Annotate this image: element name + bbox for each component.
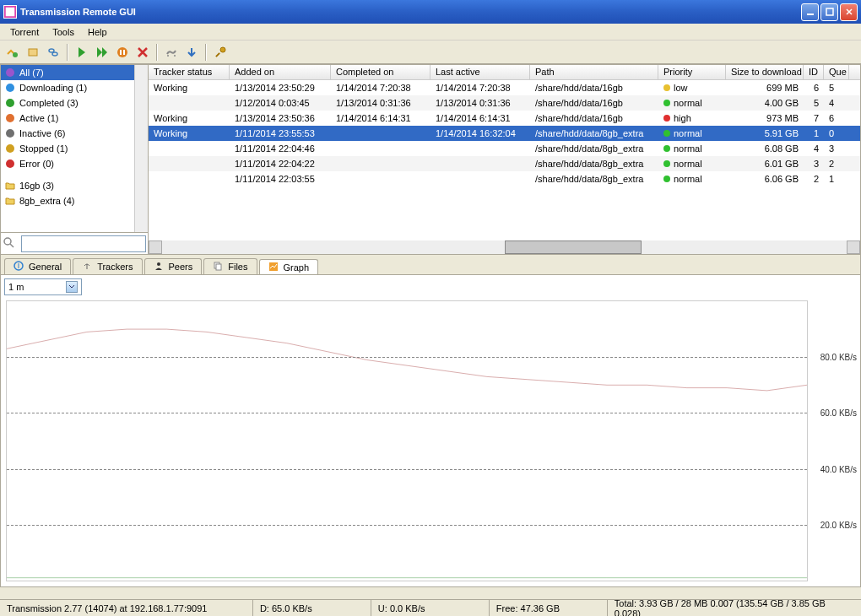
connect-button[interactable] [3, 43, 22, 62]
col-completed-on[interactable]: Completed on [331, 65, 430, 79]
table-row[interactable]: 1/11/2014 22:04:22 /share/hdd/data/8gb_e… [149, 156, 860, 171]
priority-dot-icon [663, 115, 670, 122]
search-icon [3, 236, 18, 251]
tab-trackers[interactable]: Trackers [73, 258, 142, 274]
y-axis-label: 40.0 KB/s [820, 464, 857, 473]
table-row[interactable]: Working 1/11/2014 23:55:53 1/14/2014 16:… [149, 126, 860, 141]
maximize-button[interactable] [820, 3, 838, 21]
svg-point-19 [6, 144, 14, 153]
table-row[interactable]: Working 1/13/2014 23:50:29 1/14/2014 7:2… [149, 80, 860, 95]
col-added-on[interactable]: Added on [230, 65, 331, 79]
folder-label: 8gb_extra (4) [19, 196, 74, 206]
stop-icon [4, 127, 16, 139]
time-range-select[interactable]: 1 m [4, 278, 82, 295]
x-icon [4, 158, 16, 170]
filter-label: All (7) [19, 68, 44, 78]
menu-bar: Torrent Tools Help [0, 24, 861, 41]
y-axis-label: 60.0 KB/s [820, 408, 857, 418]
filter-item[interactable]: Completed (3) [1, 95, 134, 111]
menu-help[interactable]: Help [81, 25, 114, 39]
table-row[interactable]: Working 1/13/2014 23:50:36 1/14/2014 6:1… [149, 111, 860, 126]
svg-rect-13 [215, 52, 220, 57]
star-icon [4, 67, 16, 78]
folder-icon [4, 180, 16, 192]
col-priority[interactable]: Priority [658, 65, 726, 79]
close-button[interactable] [840, 3, 858, 21]
tab-general[interactable]: iGeneral [4, 258, 71, 274]
y-axis-label: 80.0 KB/s [820, 352, 857, 361]
filter-label: Active (1) [19, 113, 58, 123]
settings-button[interactable] [211, 43, 230, 62]
search-input[interactable] [21, 235, 146, 252]
filter-item[interactable]: Inactive (6) [1, 126, 134, 141]
y-axis-label: 20.0 KB/s [820, 521, 857, 530]
col-tracker-status[interactable]: Tracker status [149, 65, 230, 79]
col-queue[interactable]: Que [824, 65, 849, 79]
updown-icon [4, 112, 16, 124]
add-link-button[interactable] [44, 43, 62, 62]
filter-item[interactable]: Downloading (1) [1, 80, 134, 95]
svg-point-10 [167, 55, 169, 57]
title-bar: Transmission Remote GUI [0, 0, 861, 24]
priority-dot-icon [663, 145, 670, 152]
menu-tools[interactable]: Tools [46, 25, 81, 39]
svg-rect-2 [826, 8, 833, 15]
status-bar: Transmission 2.77 (14074) at 192.168.1.7… [0, 599, 861, 616]
horizontal-scrollbar[interactable] [149, 240, 860, 254]
move-down-button[interactable] [182, 43, 201, 62]
graph-panel: 1 m 20.0 KB/s40.0 KB/s60.0 KB/s80.0 KB/s [1, 274, 860, 586]
svg-point-6 [52, 52, 57, 56]
table-row[interactable]: 1/12/2014 0:03:45 1/13/2014 0:31:36 1/13… [149, 95, 860, 111]
tab-graph[interactable]: Graph [259, 259, 319, 275]
tab-files[interactable]: Files [203, 258, 257, 274]
col-id[interactable]: ID [804, 65, 824, 79]
table-row[interactable]: 1/11/2014 22:03:55 /share/hdd/data/8gb_e… [149, 171, 860, 186]
filter-item[interactable]: Active (1) [1, 111, 134, 126]
col-path[interactable]: Path [530, 65, 658, 79]
down-icon [4, 82, 16, 94]
folder-item[interactable]: 16gb (3) [1, 178, 134, 193]
table-row[interactable]: 1/11/2014 22:04:46 /share/hdd/data/8gb_e… [149, 141, 860, 156]
add-torrent-button[interactable] [24, 43, 42, 62]
svg-point-16 [6, 99, 14, 107]
svg-point-12 [220, 47, 225, 52]
status-upload: U: 0.0 KB/s [371, 600, 490, 616]
col-size-to-download[interactable]: Size to download [726, 65, 804, 79]
svg-point-17 [6, 114, 14, 122]
menu-torrent[interactable]: Torrent [3, 25, 46, 39]
priority-dot-icon [663, 176, 670, 182]
start-all-button[interactable] [93, 43, 111, 62]
svg-rect-0 [6, 8, 15, 17]
priority-dot-icon [663, 100, 670, 106]
col-last-active[interactable]: Last active [430, 65, 530, 79]
svg-rect-8 [120, 50, 122, 55]
start-button[interactable] [73, 43, 91, 62]
folder-item[interactable]: 8gb_extra (4) [1, 193, 134, 208]
remove-button[interactable] [133, 43, 152, 62]
info-icon: i [14, 261, 25, 273]
filter-label: Stopped (1) [19, 143, 68, 154]
status-free: Free: 47.36 GB [490, 600, 608, 616]
folder-icon [4, 195, 16, 207]
tab-peers[interactable]: Peers [144, 258, 203, 274]
svg-rect-27 [216, 264, 221, 270]
svg-line-22 [10, 244, 14, 247]
minimize-button[interactable] [801, 3, 819, 21]
filter-item[interactable]: Error (0) [1, 156, 134, 171]
speed-chart [6, 300, 808, 581]
svg-rect-1 [807, 14, 814, 15]
sidebar-scrollbar[interactable] [134, 65, 148, 232]
alt-speed-button[interactable] [162, 43, 181, 62]
svg-point-7 [117, 47, 127, 57]
pause-button[interactable] [113, 43, 132, 62]
chevron-down-icon [66, 281, 78, 293]
priority-dot-icon [663, 84, 670, 91]
filter-item[interactable]: Stopped (1) [1, 141, 134, 156]
filter-item[interactable]: All (7) [1, 65, 134, 80]
person-icon [154, 261, 165, 273]
column-headers: Tracker status Added on Completed on Las… [149, 65, 860, 80]
svg-point-20 [6, 159, 14, 168]
pause-icon [4, 143, 16, 154]
priority-dot-icon [663, 160, 670, 167]
status-connection: Transmission 2.77 (14074) at 192.168.1.7… [0, 600, 253, 616]
